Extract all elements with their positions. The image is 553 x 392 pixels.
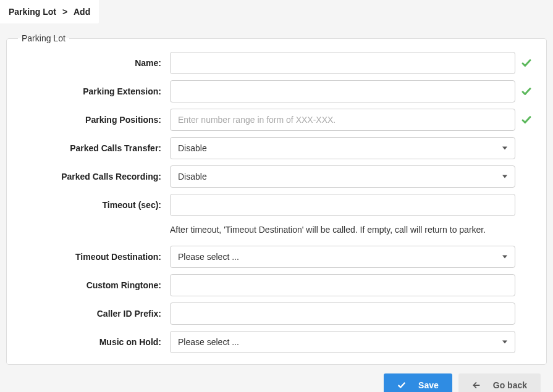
timeout-destination-select[interactable]: Please select ... [170,246,515,268]
parked-calls-recording-select[interactable]: Disable [170,165,515,188]
row-timeout-helper: After timeout, 'Timeout Destination' wil… [15,222,538,240]
check-icon [397,381,406,390]
go-back-button[interactable]: Go back [458,373,541,392]
parking-positions-label: Parking Positions: [15,115,170,125]
name-label: Name: [15,58,170,68]
parking-extension-input[interactable] [170,80,515,102]
action-bar: Save Go back [6,365,547,392]
check-icon [521,86,532,97]
row-music-on-hold: Music on Hold: Please select ... [15,331,538,353]
parked-calls-transfer-label: Parked Calls Transfer: [15,143,170,153]
music-on-hold-label: Music on Hold: [15,337,170,347]
row-name: Name: [15,52,538,74]
parked-calls-transfer-value: Disable [178,143,207,153]
custom-ringtone-label: Custom Ringtone: [15,280,170,290]
chevron-down-icon [502,341,507,344]
parking-lot-fieldset: Parking Lot Name: Parking Extension: [6,33,547,365]
caller-id-prefix-input[interactable] [170,302,515,325]
go-back-button-label: Go back [493,380,527,390]
row-custom-ringtone: Custom Ringtone: [15,274,538,296]
row-timeout-destination: Timeout Destination: Please select ... [15,246,538,268]
breadcrumb-separator: > [62,7,67,17]
parked-calls-recording-label: Parked Calls Recording: [15,172,170,181]
save-button-label: Save [418,380,439,390]
custom-ringtone-input[interactable] [170,274,515,296]
name-input[interactable] [170,52,515,74]
check-icon [521,57,532,69]
save-button[interactable]: Save [384,373,452,392]
row-caller-id-prefix: Caller ID Prefix: [15,302,538,325]
arrow-left-icon [472,381,481,390]
chevron-down-icon [502,147,507,150]
parking-positions-input[interactable] [170,109,515,131]
row-parked-calls-recording: Parked Calls Recording: Disable [15,165,538,188]
row-parking-positions: Parking Positions: [15,109,538,131]
music-on-hold-value: Please select ... [178,337,239,347]
chevron-down-icon [502,175,507,178]
caller-id-prefix-label: Caller ID Prefix: [15,309,170,319]
timeout-destination-label: Timeout Destination: [15,252,170,262]
check-icon [521,114,532,125]
row-timeout: Timeout (sec): [15,194,538,216]
row-parked-calls-transfer: Parked Calls Transfer: Disable [15,137,538,159]
row-parking-extension: Parking Extension: [15,80,538,102]
fieldset-legend: Parking Lot [18,33,69,43]
breadcrumb: Parking Lot > Add [0,0,99,23]
parked-calls-recording-value: Disable [178,172,207,181]
parking-extension-label: Parking Extension: [15,86,170,96]
parked-calls-transfer-select[interactable]: Disable [170,137,515,159]
timeout-helper-text: After timeout, 'Timeout Destination' wil… [170,222,486,240]
timeout-label: Timeout (sec): [15,200,170,210]
timeout-destination-value: Please select ... [178,252,239,262]
music-on-hold-select[interactable]: Please select ... [170,331,515,353]
breadcrumb-leaf: Add [74,7,90,17]
chevron-down-icon [502,256,507,259]
breadcrumb-root[interactable]: Parking Lot [9,7,56,17]
timeout-input[interactable] [170,194,515,216]
